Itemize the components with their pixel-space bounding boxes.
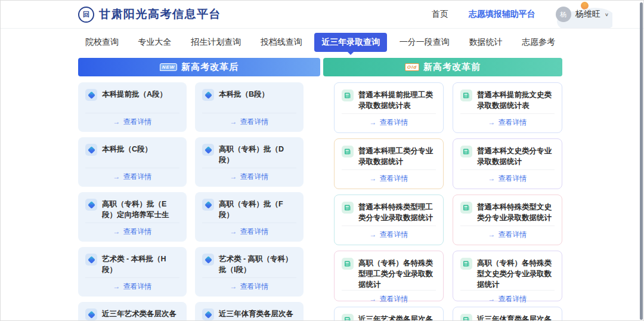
view-details-link[interactable]: →查看详情 xyxy=(202,168,296,182)
batch-card[interactable]: 近三年体育类各层次各招考类型分数线资料汇编→查看详情 xyxy=(195,302,304,321)
arrow-right-icon: → xyxy=(488,230,496,239)
batch-card[interactable]: 普通本科提前批文史类录取数据统计表→查看详情 xyxy=(453,82,562,133)
card-title: 近三年艺术类各层次各招考类型分数线资料汇编 xyxy=(102,308,179,321)
arrow-right-icon: → xyxy=(230,227,237,236)
data-diamond-icon xyxy=(85,89,97,101)
batch-card[interactable]: 高职（专科）批（E段）定向培养军士生→查看详情 xyxy=(78,192,187,242)
view-details-link[interactable]: →查看详情 xyxy=(460,226,555,240)
data-diamond-icon xyxy=(202,89,214,101)
view-details-label: 查看详情 xyxy=(240,118,269,126)
view-details-link[interactable]: →查看详情 xyxy=(85,223,179,237)
view-details-link[interactable]: →查看详情 xyxy=(342,113,436,128)
batch-card[interactable]: 普通本科特殊类型文史类分专业录取数据统计→查看详情 xyxy=(453,195,562,245)
view-details-link[interactable]: →查看详情 xyxy=(460,290,555,304)
logo-seal-icon: 回 xyxy=(78,7,94,23)
vertical-scrollbar[interactable] xyxy=(640,2,643,320)
arrow-right-icon: → xyxy=(113,282,120,291)
batch-card[interactable]: 本科提前批（A段）→查看详情 xyxy=(78,82,187,132)
card-header: 普通本科特殊类型文史类分专业录取数据统计 xyxy=(460,202,555,223)
view-details-link[interactable]: →查看详情 xyxy=(202,113,296,127)
card-title: 本科批（C段） xyxy=(102,144,152,155)
batch-card[interactable]: 近三年艺术类各层次各招考类型分数线资料汇编→查看详情 xyxy=(334,307,444,321)
report-doc-icon xyxy=(342,89,354,101)
view-details-link[interactable]: →查看详情 xyxy=(342,226,436,240)
batch-card[interactable]: 近三年体育类各层次各招考类型分数线资料汇编→查看详情 xyxy=(453,307,562,321)
batch-card[interactable]: 普通本科提前批理工类录取数据统计表→查看详情 xyxy=(334,82,444,133)
card-title: 普通本科文史类分专业录取数据统计 xyxy=(477,146,555,167)
view-details-link[interactable]: →查看详情 xyxy=(202,223,296,237)
view-details-label: 查看详情 xyxy=(123,282,152,291)
view-details-link[interactable]: →查看详情 xyxy=(85,277,179,292)
arrow-right-icon: → xyxy=(370,295,377,303)
view-details-label: 查看详情 xyxy=(240,282,269,291)
report-doc-icon xyxy=(460,89,472,101)
tab-2[interactable]: 专业大全 xyxy=(131,33,179,52)
report-doc-icon xyxy=(460,314,472,321)
report-doc-icon xyxy=(460,146,472,158)
arrow-right-icon: → xyxy=(488,118,496,126)
card-title: 艺术类 - 本科批（H段） xyxy=(102,254,179,275)
user-menu[interactable]: 杨 杨维旺 ∨ xyxy=(556,7,609,22)
view-details-label: 查看详情 xyxy=(380,230,408,239)
data-diamond-icon xyxy=(202,144,214,156)
card-header: 普通本科提前批文史类录取数据统计表 xyxy=(460,89,555,111)
batch-card[interactable]: 普通本科特殊类型理工类分专业录取数据统计→查看详情 xyxy=(334,195,444,245)
tab-1[interactable]: 院校查询 xyxy=(78,33,126,52)
report-doc-icon xyxy=(342,202,354,214)
card-title: 高职（专科）批（D段） xyxy=(219,144,296,165)
view-details-label: 查看详情 xyxy=(123,227,152,236)
card-header: 高职（专科）各特殊类型理工类分专业录取数据统计 xyxy=(342,258,436,290)
site-title: 甘肃阳光高考信息平台 xyxy=(99,7,221,22)
batch-card[interactable]: 本科批（B段）→查看详情 xyxy=(195,82,304,132)
batch-card[interactable]: 高职（专科）各特殊类型文史类分专业录取数据统计→查看详情 xyxy=(453,251,562,301)
old-badge-icon: Old xyxy=(405,63,419,71)
view-details-link[interactable]: →查看详情 xyxy=(460,169,555,184)
content-area: NEW 新高考改革后 本科提前批（A段）→查看详情本科批（B段）→查看详情本科批… xyxy=(78,58,562,321)
tab-8[interactable]: 志愿参考 xyxy=(515,33,562,52)
card-header: 本科批（C段） xyxy=(85,144,179,156)
card-header: 普通本科理工类分专业录取数据统计 xyxy=(342,146,436,167)
main-tab-bar: 院校查询专业大全招生计划查询投档线查询近三年录取查询一分一段查询数据统计志愿参考 xyxy=(78,29,562,55)
card-header: 近三年体育类各层次各招考类型分数线资料汇编 xyxy=(202,308,296,321)
banner-after-reform: NEW 新高考改革后 xyxy=(78,58,320,76)
view-details-link[interactable]: →查看详情 xyxy=(342,169,436,184)
card-header: 本科批（B段） xyxy=(202,89,296,101)
card-header: 艺术类 - 高职（专科）批（I段） xyxy=(202,254,296,275)
data-diamond-icon xyxy=(85,144,97,156)
batch-card[interactable]: 普通本科文史类分专业录取数据统计→查看详情 xyxy=(453,138,562,189)
view-details-link[interactable]: →查看详情 xyxy=(342,290,436,304)
batch-card[interactable]: 本科批（C段）→查看详情 xyxy=(78,137,187,187)
batch-card[interactable]: 高职（专科）各特殊类型理工类分专业录取数据统计→查看详情 xyxy=(334,251,444,301)
batch-card[interactable]: 普通本科理工类分专业录取数据统计→查看详情 xyxy=(334,138,444,189)
tab-3[interactable]: 招生计划查询 xyxy=(184,33,248,52)
card-title: 艺术类 - 高职（专科）批（I段） xyxy=(219,254,296,275)
tab-6[interactable]: 一分一段查询 xyxy=(392,33,457,52)
nav-assist-platform-link[interactable]: 志愿填报辅助平台 xyxy=(469,9,535,20)
view-details-label: 查看详情 xyxy=(499,118,527,126)
card-title: 普通本科特殊类型文史类分专业录取数据统计 xyxy=(477,202,555,223)
batch-card[interactable]: 高职（专科）批（F段）→查看详情 xyxy=(195,192,304,242)
new-badge-icon: NEW xyxy=(160,63,178,71)
tab-5[interactable]: 近三年录取查询 xyxy=(314,33,387,52)
arrow-right-icon: → xyxy=(230,282,237,291)
data-diamond-icon xyxy=(85,199,97,211)
view-details-link[interactable]: →查看详情 xyxy=(85,113,179,127)
view-details-link[interactable]: →查看详情 xyxy=(202,277,296,292)
nav-home-link[interactable]: 首页 xyxy=(432,9,448,20)
batch-card[interactable]: 艺术类 - 高职（专科）批（I段）→查看详情 xyxy=(195,247,304,297)
report-doc-icon xyxy=(342,258,354,270)
card-title: 高职（专科）各特殊类型理工类分专业录取数据统计 xyxy=(358,258,436,290)
card-header: 普通本科特殊类型理工类分专业录取数据统计 xyxy=(342,202,436,223)
tab-4[interactable]: 投档线查询 xyxy=(253,33,309,52)
batch-card[interactable]: 高职（专科）批（D段）→查看详情 xyxy=(195,137,304,187)
card-header: 高职（专科）批（D段） xyxy=(202,144,296,165)
tab-7[interactable]: 数据统计 xyxy=(462,33,509,52)
view-details-label: 查看详情 xyxy=(240,227,269,236)
view-details-link[interactable]: →查看详情 xyxy=(85,168,179,182)
batch-card[interactable]: 艺术类 - 本科批（H段）→查看详情 xyxy=(78,247,187,297)
data-diamond-icon xyxy=(202,199,214,211)
card-title: 高职（专科）批（F段） xyxy=(219,199,296,220)
batch-card[interactable]: 近三年艺术类各层次各招考类型分数线资料汇编→查看详情 xyxy=(78,302,187,321)
card-title: 近三年体育类各层次各招考类型分数线资料汇编 xyxy=(219,308,296,321)
view-details-link[interactable]: →查看详情 xyxy=(460,113,555,128)
